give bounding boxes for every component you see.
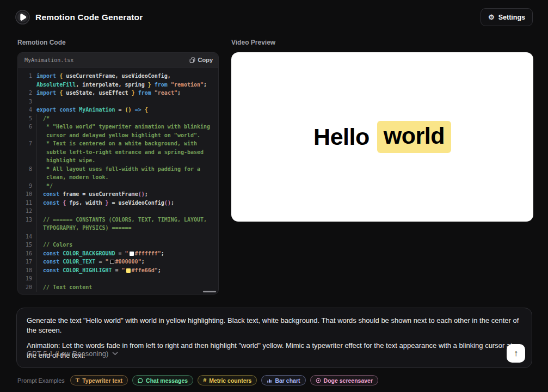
model-selector[interactable]: GPT-5.1 (Low Reasoning) [27, 350, 118, 358]
line-number: 21 [22, 291, 32, 292]
line-number [22, 173, 32, 182]
brand: Remotion Code Generator [15, 10, 143, 24]
color-swatch [126, 268, 131, 273]
line-number [22, 131, 32, 140]
code-line: cursor and delayed yellow highlight on "… [22, 131, 214, 140]
code-line: 10 const frame = useCurrentFrame(); [22, 190, 214, 199]
line-number: 11 [22, 199, 32, 207]
example-pill-label: Metric counters [209, 377, 251, 384]
example-pill-bar-chart[interactable]: Bar chart [261, 375, 305, 385]
line-number: 13 [22, 216, 32, 224]
horizontal-scrollbar-thumb[interactable] [203, 291, 216, 292]
line-number [22, 148, 32, 157]
line-number: 7 [22, 139, 32, 148]
examples-label: Prompt Examples [17, 377, 65, 384]
line-number [22, 81, 32, 89]
submit-button[interactable]: ↑ [507, 344, 525, 363]
line-number: 6 [22, 122, 32, 131]
line-number: 8 [22, 165, 32, 174]
chevron-down-icon [112, 352, 118, 356]
line-number: 10 [22, 190, 32, 199]
example-pills: TTypewriter textChat messages#Metric cou… [70, 375, 378, 385]
code-line: clean, modern look. [22, 173, 214, 182]
line-number: 20 [22, 283, 32, 292]
line-number: 1 [22, 72, 32, 81]
code-section-label: Remotion Code [17, 39, 219, 46]
code-line: 3 [22, 97, 214, 106]
copy-label: Copy [198, 57, 213, 63]
line-number [22, 156, 32, 165]
settings-label: Settings [498, 14, 525, 21]
copy-button[interactable]: Copy [189, 57, 213, 63]
line-number: 3 [22, 97, 32, 106]
video-preview: Helloworld [231, 52, 533, 222]
code-line: 2import { useState, useEffect } from "re… [22, 89, 214, 97]
code-lines[interactable]: 1import { useCurrentFrame, useVideoConfi… [18, 68, 218, 292]
gear-icon: ⚙ [488, 14, 495, 21]
rendered-animation-text: Helloworld [313, 121, 451, 153]
example-pill-chat-messages[interactable]: Chat messages [132, 375, 193, 385]
example-pill-label: Doge screensaver [324, 377, 373, 384]
prompt-paragraph: Generate the text "Hello world" with wor… [27, 316, 522, 335]
model-label: GPT-5.1 (Low Reasoning) [27, 350, 108, 358]
line-number [22, 224, 32, 232]
highlighted-word: world [377, 121, 451, 153]
code-line: 8 * All layout uses full-width with padd… [22, 165, 214, 174]
line-number: 15 [22, 241, 32, 249]
settings-button[interactable]: ⚙ Settings [481, 8, 533, 26]
example-pill-doge-screensaver[interactable]: Doge screensaver [310, 375, 378, 385]
chat-bubble-icon [138, 378, 143, 383]
code-line: TYPOGRAPHY, PHYSICS) ====== [22, 224, 214, 232]
hello-text: Hello [313, 124, 370, 150]
line-number: 5 [22, 114, 32, 123]
line-number: 4 [22, 106, 32, 114]
example-pill-metric-counters[interactable]: #Metric counters [198, 375, 257, 385]
code-line: 18 const COLOR_HIGHLIGHT = "#ffe66d"; [22, 266, 214, 275]
code-line: 13 // ====== CONSTANTS (COLORS, TEXT, TI… [22, 216, 214, 224]
code-line: 9 */ [22, 182, 214, 191]
line-number: 9 [22, 182, 32, 191]
code-line: 19 [22, 274, 214, 283]
code-line: 7 * Text is centered on a white backgrou… [22, 139, 214, 148]
line-number: 16 [22, 249, 32, 258]
target-icon [316, 378, 321, 383]
remotion-logo-icon [15, 10, 30, 24]
code-line: subtle left-to-right entrance and a spri… [22, 148, 214, 157]
example-pill-label: Bar chart [275, 377, 300, 384]
code-line: 1import { useCurrentFrame, useVideoConfi… [22, 72, 214, 81]
line-number: 12 [22, 207, 32, 216]
hash-icon: # [203, 377, 206, 383]
header: Remotion Code Generator ⚙ Settings [0, 0, 548, 34]
preview-section-label: Video Preview [231, 39, 533, 46]
code-editor-header: MyAnimation.tsx Copy [18, 53, 218, 68]
copy-icon [189, 57, 195, 63]
code-line: 20 // Text content [22, 283, 214, 292]
code-line: 17 const COLOR_TEXT = "#000000"; [22, 258, 214, 266]
example-pill-label: Typewriter text [82, 377, 122, 384]
app-title: Remotion Code Generator [35, 13, 143, 22]
code-line: highlight wipe. [22, 156, 214, 165]
preview-section: Video Preview Helloworld [231, 39, 533, 222]
arrow-up-icon: ↑ [514, 349, 518, 358]
color-swatch [110, 260, 114, 264]
code-section: Remotion Code MyAnimation.tsx Copy 1impo… [17, 39, 219, 295]
code-line: 5 /* [22, 114, 214, 123]
line-number: 14 [22, 232, 32, 241]
bar-chart-icon [267, 378, 272, 383]
code-editor: MyAnimation.tsx Copy 1import { useCurren… [17, 52, 219, 295]
line-number: 2 [22, 89, 32, 97]
prompt-card: Generate the text "Hello world" with wor… [16, 308, 532, 368]
example-pill-typewriter-text[interactable]: TTypewriter text [70, 375, 128, 385]
code-line: 15 // Colors [22, 241, 214, 249]
code-line: AbsoluteFill, interpolate, spring } from… [22, 81, 214, 89]
code-line: 11 const { fps, width } = useVideoConfig… [22, 199, 214, 207]
code-line: 21 const FULL_TEXT = "Hello world"; [22, 291, 214, 292]
line-number: 19 [22, 274, 32, 283]
code-line: 16 const COLOR_BACKGROUND = "#ffffff"; [22, 249, 214, 258]
line-number: 17 [22, 258, 32, 266]
prompt-examples-row: Prompt Examples TTypewriter textChat mes… [17, 375, 531, 385]
color-swatch [130, 252, 134, 256]
prompt-actions: GPT-5.1 (Low Reasoning) ↑ [27, 344, 525, 363]
code-line: 14 [22, 232, 214, 241]
code-line: 6 * "Hello world" typewriter animation w… [22, 122, 214, 131]
